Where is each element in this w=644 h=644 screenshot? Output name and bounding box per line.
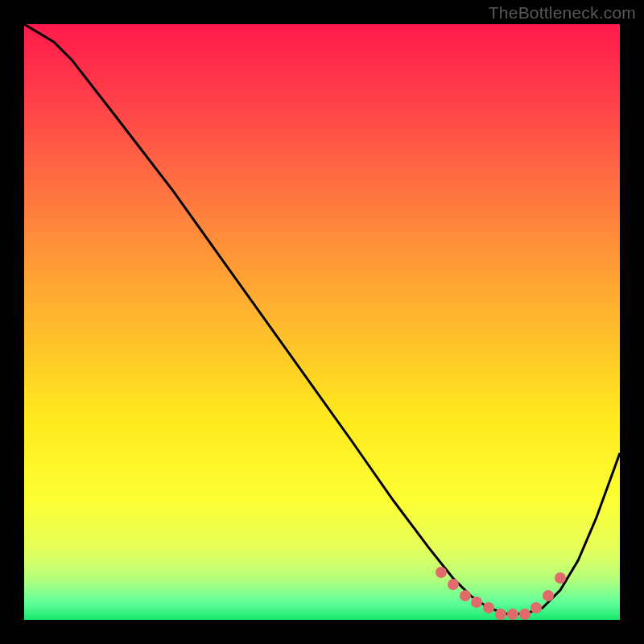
highlight-dot	[495, 609, 506, 620]
chart-frame: TheBottleneck.com	[0, 0, 644, 644]
highlight-dot	[555, 572, 566, 584]
highlight-dot	[507, 609, 518, 620]
highlight-dot	[483, 602, 494, 613]
highlight-dot	[460, 590, 471, 601]
highlight-dot	[436, 567, 447, 578]
highlight-dot	[448, 579, 459, 590]
highlight-dot	[543, 590, 554, 601]
highlight-dot	[519, 609, 530, 620]
highlight-dot	[471, 597, 482, 608]
highlight-dot	[530, 602, 542, 613]
curve-path	[24, 24, 620, 614]
plot-area	[24, 24, 620, 620]
watermark-text: TheBottleneck.com	[489, 3, 636, 23]
bottleneck-curve	[24, 24, 620, 620]
